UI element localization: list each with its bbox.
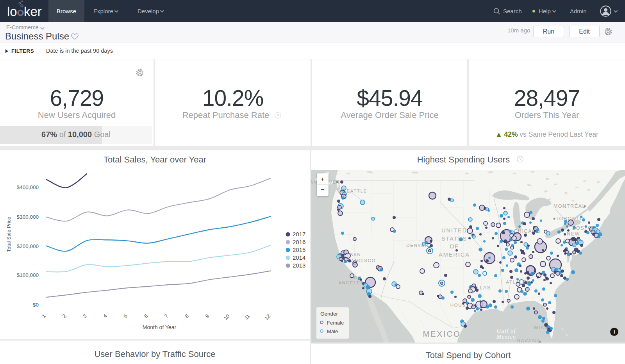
svg-text:AMERICA: AMERICA	[439, 252, 470, 258]
svg-text:$0: $0	[33, 302, 39, 308]
svg-text:8: 8	[184, 313, 190, 319]
svg-text:lo: lo	[7, 4, 17, 19]
svg-text:2017: 2017	[293, 231, 305, 237]
svg-text:1: 1	[41, 313, 47, 319]
svg-text:7: 7	[163, 313, 170, 319]
svg-text:ker: ker	[24, 4, 42, 19]
svg-text:?: ?	[277, 113, 279, 118]
svg-text:Gulf of: Gulf of	[496, 328, 516, 334]
svg-text:HAVANA: HAVANA	[516, 338, 541, 343]
svg-text:SEATTLE: SEATTLE	[343, 189, 367, 193]
svg-text:3: 3	[82, 313, 88, 319]
svg-text:12: 12	[263, 313, 271, 321]
svg-text:OF: OF	[450, 243, 459, 250]
svg-text:SAN: SAN	[350, 252, 361, 257]
svg-text:STATES: STATES	[441, 236, 467, 242]
svg-text:$400,000: $400,000	[17, 184, 39, 190]
svg-text:MEXICO: MEXICO	[423, 330, 461, 338]
svg-text:2015: 2015	[293, 246, 305, 253]
svg-text:2016: 2016	[293, 239, 305, 245]
svg-text:6: 6	[143, 313, 149, 319]
svg-text:2: 2	[61, 313, 68, 319]
svg-text:Total Sale Price: Total Sale Price	[6, 217, 12, 252]
svg-text:MONTRÉAL: MONTRÉAL	[554, 203, 586, 209]
svg-text:2013: 2013	[293, 262, 305, 269]
svg-text:UNITED: UNITED	[441, 227, 467, 234]
svg-text:4: 4	[102, 313, 108, 319]
svg-text:9: 9	[204, 313, 211, 319]
svg-text:11: 11	[243, 313, 251, 321]
svg-text:10: 10	[223, 313, 231, 321]
svg-text:?: ?	[519, 157, 521, 162]
svg-text:NEW: NEW	[567, 231, 580, 237]
svg-text:5: 5	[122, 313, 129, 319]
svg-text:Mexico: Mexico	[496, 334, 516, 340]
svg-text:$200,000: $200,000	[17, 243, 39, 249]
svg-text:$300,000: $300,000	[17, 214, 39, 220]
svg-text:2014: 2014	[293, 254, 305, 261]
svg-text:ANGELES: ANGELES	[338, 280, 364, 285]
svg-text:Month of Year: Month of Year	[143, 324, 177, 330]
svg-text:$100,000: $100,000	[17, 272, 39, 278]
